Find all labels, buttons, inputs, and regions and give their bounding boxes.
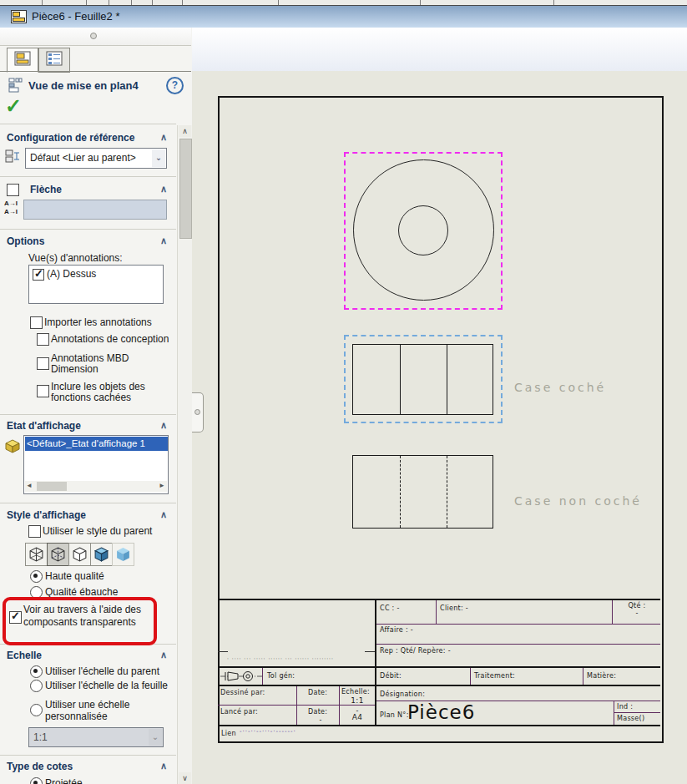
part-icon — [3, 438, 22, 457]
draft-quality-label: Qualité ébauche — [45, 586, 118, 598]
import-annotations-checkbox[interactable] — [30, 316, 43, 329]
tb-lance: Lancé par: — [220, 708, 258, 716]
shaded-with-edges-button[interactable] — [90, 543, 113, 566]
tb-date1: Date: — [308, 689, 327, 696]
projetee-label: Projetée — [45, 777, 83, 784]
first-angle-projection-icon — [220, 670, 262, 686]
graphics-area[interactable]: Case coché Case non coché — [192, 28, 687, 784]
parent-scale-radio[interactable] — [30, 665, 43, 678]
mbd-annotations-checkbox[interactable] — [37, 357, 49, 370]
view1-inner-circle[interactable] — [398, 205, 448, 255]
wireframe-style-button[interactable] — [25, 543, 48, 566]
hidden-lines-removed-button[interactable] — [68, 543, 91, 566]
display-state-item-selected[interactable]: <Défaut>_Etat d'affichage 1 — [25, 437, 168, 451]
transparent-components-label-2: composants transparents — [23, 616, 136, 628]
scroll-down-icon[interactable]: ∨ — [179, 772, 191, 784]
view2-rectangle[interactable] — [352, 344, 493, 415]
collapse-chevron-icon[interactable]: ∧ — [160, 235, 167, 246]
tb-affaire: Affaire : - — [380, 626, 413, 634]
panel-collapse-handle[interactable] — [192, 392, 204, 432]
ok-check-icon[interactable]: ✓ — [5, 94, 22, 118]
shaded-button[interactable] — [112, 543, 134, 566]
section-options-title[interactable]: Options — [7, 235, 44, 247]
tb-echelle-label: Echelle: — [341, 688, 370, 695]
scrollbar-thumb[interactable] — [179, 139, 192, 239]
tb-designation: Désignation: — [380, 690, 425, 698]
panel-scrollbar[interactable]: ∧ ∨ — [177, 125, 192, 784]
annotation-view-checkbox[interactable] — [33, 269, 44, 281]
high-quality-label: Haute qualité — [45, 570, 104, 582]
collapse-chevron-icon[interactable]: ∧ — [160, 132, 167, 143]
custom-scale-dropdown[interactable]: 1:1 ⌄ — [28, 727, 164, 747]
design-annotations-checkbox[interactable] — [37, 333, 49, 346]
custom-scale-value: 1:1 — [33, 731, 48, 743]
drawing-view-tab-icon — [14, 51, 31, 69]
case-checked-label: Case coché — [514, 381, 606, 394]
scroll-left-icon[interactable]: ◄ — [26, 482, 33, 489]
panel-title: Vue de mise en plan4 — [28, 79, 139, 92]
section-etat-title[interactable]: Etat d'affichage — [7, 420, 81, 432]
toolbar-strip — [0, 0, 687, 6]
tb-debit: Débit: — [380, 672, 402, 680]
section-fleche-title[interactable]: Flèche — [30, 184, 62, 195]
tb-date2: Date: — [308, 708, 327, 716]
configuration-value: Défaut <Lier au parent> — [30, 152, 136, 164]
high-quality-radio[interactable] — [30, 570, 43, 583]
projetee-radio[interactable] — [30, 777, 43, 784]
tb-lien-value: -··-··--···-·------· — [240, 728, 296, 735]
collapse-chevron-icon[interactable]: ∧ — [160, 761, 167, 771]
tb-qte-label: Qté : — [614, 602, 660, 609]
collapse-chevron-icon[interactable]: ∧ — [160, 650, 167, 660]
fleche-label-field[interactable] — [23, 200, 167, 220]
section-type-cotes-title[interactable]: Type de cotes — [7, 761, 73, 772]
custom-scale-label-2: personnalisée — [45, 711, 108, 722]
hscroll-thumb[interactable] — [37, 482, 67, 491]
tb-ind: Ind : — [617, 703, 633, 711]
display-state-hscrollbar[interactable]: ◄ ► — [25, 481, 167, 492]
panel-grip-dot[interactable] — [90, 33, 97, 39]
panel-top-strip — [0, 28, 191, 46]
custom-scale-radio[interactable] — [30, 704, 43, 716]
view3-rectangle[interactable] — [352, 455, 493, 529]
tb-plan-label: Plan N°: — [380, 711, 409, 719]
annotation-views-label: Vue(s) d'annotations: — [28, 252, 123, 264]
property-list-tab-icon — [46, 51, 63, 69]
collapse-chevron-icon[interactable]: ∧ — [160, 184, 167, 195]
fleche-checkbox[interactable] — [7, 184, 19, 196]
view-arrow-icon: A→IA→I — [4, 200, 18, 216]
drawing-document-icon — [11, 10, 27, 27]
annotation-views-listbox[interactable]: (A) Dessus — [28, 265, 164, 304]
scroll-right-icon[interactable]: ► — [159, 482, 165, 489]
parent-scale-label: Utiliser l'échelle du parent — [45, 665, 159, 677]
tb-lien-label: Lien — [221, 730, 236, 737]
document-title: Pièce6 - Feuille2 * — [32, 10, 120, 23]
case-unchecked-label: Case non coché — [514, 494, 642, 508]
hidden-lines-visible-button[interactable] — [47, 543, 69, 566]
scroll-up-icon[interactable]: ∧ — [179, 125, 191, 137]
section-echelle-title[interactable]: Echelle — [7, 650, 42, 661]
annotation-view-item[interactable]: (A) Dessus — [47, 268, 96, 280]
tab-drawing-view[interactable] — [7, 48, 38, 73]
configuration-dropdown[interactable]: Défaut <Lier au parent> ⌄ — [25, 148, 167, 169]
title-block: · ···· ··· ····· ······ ··· ······ ·····… — [218, 599, 660, 743]
hidden-features-checkbox[interactable] — [37, 385, 49, 397]
parent-style-label: Utiliser le style du parent — [43, 525, 152, 537]
section-configuration-title[interactable]: Configuration de référence — [7, 132, 134, 144]
collapse-chevron-icon[interactable]: ∧ — [160, 509, 167, 520]
help-icon[interactable]: ? — [166, 77, 184, 94]
transparent-components-checkbox[interactable] — [9, 611, 22, 624]
dropdown-arrow-icon: ⌄ — [149, 729, 162, 746]
document-titlebar: Pièce6 - Feuille2 * — [0, 6, 687, 28]
collapse-chevron-icon[interactable]: ∧ — [160, 420, 167, 431]
mbd-annotations-label-1: Annotations MBD — [51, 352, 129, 364]
titleblock-notes: · ···· ··· ····· ······ ··· ······ ·····… — [227, 655, 334, 661]
display-state-listbox[interactable]: <Défaut>_Etat d'affichage 1 ◄ ► — [23, 435, 169, 494]
tb-echelle-value: 1:1 — [340, 696, 375, 705]
sheet-scale-radio[interactable] — [30, 680, 43, 692]
graphics-top-gradient — [192, 28, 687, 71]
section-style-title[interactable]: Style d'affichage — [7, 509, 86, 521]
tb-matiere: Matière: — [587, 672, 616, 680]
drawing-view-icon — [8, 78, 23, 96]
parent-style-checkbox[interactable] — [28, 525, 41, 538]
tab-property-list[interactable] — [38, 48, 70, 73]
